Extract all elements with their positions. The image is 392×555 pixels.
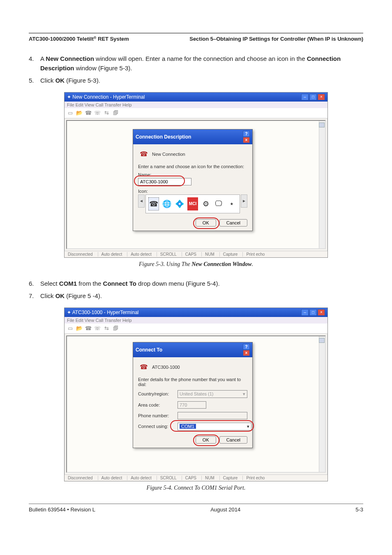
open-icon[interactable]: 📂 — [76, 110, 83, 116]
minimize-icon-2[interactable]: – — [301, 309, 309, 316]
ok-button[interactable]: OK — [196, 219, 216, 227]
status-conn: Disconnected — [66, 252, 93, 257]
icon-scroll-left[interactable]: ◄ — [138, 194, 145, 208]
terminal-area-2: Connect To ? × ☎ ATC300-1000 Enter detai… — [66, 335, 326, 473]
status-caps: CAPS — [182, 252, 196, 257]
dialog-prompt: Enter a name and choose an icon for the … — [138, 164, 247, 169]
window-titlebar[interactable]: ✦ New Connection - HyperTerminal – □ × — [65, 92, 327, 102]
dialog-titlebar[interactable]: Connection Description ? × — [133, 130, 252, 144]
cancel-button[interactable]: Cancel — [219, 219, 247, 227]
area-code-field[interactable] — [178, 401, 206, 409]
status-capture: Capture — [219, 252, 238, 257]
status-num: NUM — [201, 476, 214, 480]
props-icon[interactable]: 🗐 — [112, 325, 119, 332]
scroll-thumb-2[interactable] — [319, 338, 325, 343]
terminal-area: Connection Description ? × ☎ New Connect… — [66, 120, 326, 249]
icon-option-2[interactable]: 🌐 — [161, 197, 172, 210]
statusbar-2: Disconnected Auto detect Auto detect SCR… — [65, 474, 327, 481]
dialog-close-icon[interactable]: × — [243, 137, 250, 143]
name-label: Name: — [138, 172, 247, 177]
cancel-button-2[interactable]: Cancel — [219, 436, 247, 444]
chevron-down-icon: ▾ — [247, 424, 249, 429]
phone-field[interactable] — [178, 412, 247, 419]
status-num: NUM — [201, 252, 214, 257]
statusbar: Disconnected Auto detect Auto detect SCR… — [65, 251, 327, 257]
status-scroll: SCROLL — [157, 252, 177, 257]
new-icon[interactable]: ▭ — [67, 325, 74, 332]
icon-option-6[interactable]: 🖵 — [214, 197, 224, 210]
hdr-right: Section 5–Obtaining IP Settings for Cont… — [189, 36, 363, 42]
figure-5-3: ✦ New Connection - HyperTerminal – □ × F… — [29, 92, 363, 268]
status-print: Print echo — [242, 476, 265, 480]
dialog-lead-2: ATC300-1000 — [152, 365, 180, 370]
figure-5-3-caption: Figure 5-3. Using The New Connection Win… — [29, 261, 363, 268]
country-label: Country/region: — [138, 391, 175, 396]
figure-5-4-caption: Figure 5-4. Connect To COM1 Serial Port. — [29, 485, 363, 491]
minimize-icon[interactable]: – — [301, 94, 309, 100]
close-icon[interactable]: × — [318, 94, 325, 100]
call-icon[interactable]: ☎ — [85, 325, 92, 332]
status-detect1: Auto detect — [98, 252, 122, 257]
maximize-icon-2[interactable]: □ — [309, 309, 317, 316]
close-icon-2[interactable]: × — [318, 309, 325, 316]
hangup-icon[interactable]: ☏ — [94, 110, 101, 116]
page-header: ATC300-1000/2000 Teletilt® RET System Se… — [29, 33, 363, 42]
dialog-title-2: Connect To — [136, 347, 162, 353]
icon-scroll-right[interactable]: ► — [241, 194, 247, 208]
status-capture: Capture — [219, 476, 238, 480]
send-icon[interactable]: ⇆ — [103, 110, 110, 116]
area-label: Area code: — [138, 402, 175, 407]
phone-icon: ☎ — [138, 148, 150, 160]
dialog-title: Connection Description — [136, 134, 191, 140]
dialog-close-icon-2[interactable]: × — [243, 350, 250, 356]
icon-option-7[interactable]: ⭑ — [226, 197, 237, 210]
props-icon[interactable]: 🗐 — [112, 110, 119, 116]
connect-to-dialog: Connect To ? × ☎ ATC300-1000 Enter detai… — [133, 342, 253, 448]
step-6: 6. Select COM1 from the Connect To drop … — [29, 279, 363, 289]
status-scroll: SCROLL — [157, 476, 177, 480]
icon-option-1[interactable]: ☎ — [148, 197, 159, 210]
status-detect2: Auto detect — [127, 476, 152, 480]
name-field[interactable] — [138, 178, 191, 185]
icon-option-5[interactable]: ⚙ — [201, 197, 211, 210]
connect-using-select[interactable]: COM1 ▾ — [178, 423, 251, 430]
status-conn: Disconnected — [66, 476, 93, 480]
maximize-icon[interactable]: □ — [309, 94, 317, 100]
step-7: 7. Click OK (Figure 5 -4). — [29, 291, 363, 301]
send-icon[interactable]: ⇆ — [103, 325, 110, 332]
country-select[interactable]: United States (1) ▾ — [178, 390, 247, 398]
dialog-prompt-2: Enter details for the phone number that … — [138, 377, 247, 387]
footer-right: 5-3 — [355, 506, 363, 513]
chevron-down-icon: ▾ — [243, 391, 245, 397]
step-4: 4. A New Connection window will open. En… — [29, 54, 363, 73]
hangup-icon[interactable]: ☏ — [94, 325, 101, 332]
menubar-2[interactable]: File Edit View Call Transfer Help — [65, 317, 327, 324]
page-footer: Bulletin 639544 • Revision L August 2014… — [29, 504, 363, 513]
icon-picker[interactable]: ☎ 🌐 💠 MCI ⚙ 🖵 ⭑ — [145, 194, 240, 213]
new-icon[interactable]: ▭ — [67, 110, 74, 116]
connect-using-value: COM1 — [180, 424, 196, 429]
help-icon[interactable]: ? — [243, 131, 250, 137]
footer-center: August 2014 — [210, 506, 240, 513]
icon-option-3[interactable]: 💠 — [174, 197, 185, 210]
ok-button-2[interactable]: OK — [196, 436, 216, 444]
dialog-titlebar-2[interactable]: Connect To ? × — [133, 342, 252, 357]
icon-option-4[interactable]: MCI — [187, 197, 198, 210]
connect-using-label: Connect using: — [138, 424, 175, 429]
app-icon: ✦ — [67, 94, 72, 100]
status-caps: CAPS — [182, 476, 196, 480]
scroll-thumb[interactable] — [319, 123, 325, 127]
scrollbar[interactable] — [319, 121, 325, 248]
icon-label: Icon: — [138, 189, 247, 194]
menubar[interactable]: File Edit View Call Transfer Help — [65, 102, 327, 108]
phone-label: Phone number: — [138, 413, 175, 418]
call-icon[interactable]: ☎ — [85, 110, 92, 116]
help-icon-2[interactable]: ? — [243, 344, 250, 350]
hyperterminal-window-2: ✦ ATC300-1000 - HyperTerminal – □ × File… — [64, 308, 328, 481]
scrollbar-2[interactable] — [319, 336, 325, 472]
step-5: 5. Click OK (Figure 5-3). — [29, 76, 363, 86]
status-print: Print echo — [242, 252, 265, 257]
open-icon[interactable]: 📂 — [76, 325, 83, 332]
window-titlebar-2[interactable]: ✦ ATC300-1000 - HyperTerminal – □ × — [65, 308, 327, 317]
window-title: New Connection - HyperTerminal — [72, 94, 145, 100]
